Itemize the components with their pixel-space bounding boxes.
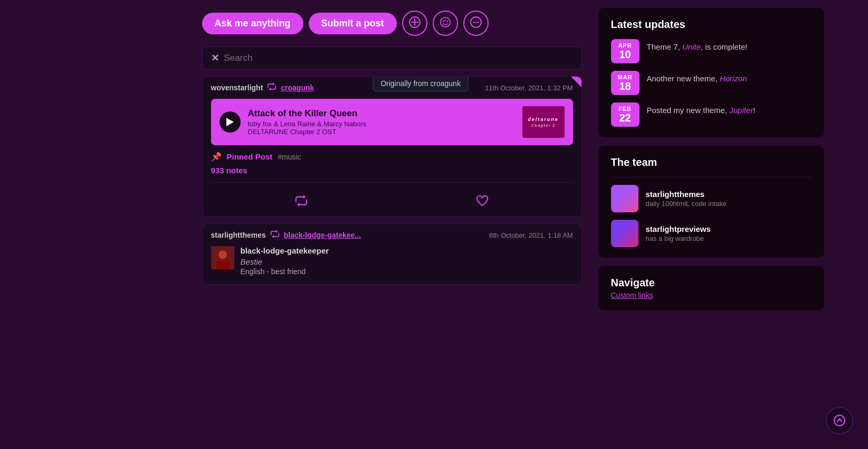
post1-timestamp: 11th October, 2021, 1:32 PM	[485, 84, 573, 92]
update-day-1: 10	[613, 49, 637, 60]
search-bar: ✕	[202, 46, 582, 70]
svg-point-3	[440, 17, 450, 26]
post1-tag[interactable]: #music	[278, 153, 301, 161]
team-member-2: starlightpreviews has a big wardrobe	[611, 220, 812, 247]
main-area: Ask me anything Submit a post	[118, 0, 593, 449]
update-month-1: APR	[613, 42, 637, 49]
navigate-custom-links[interactable]: Custom links	[611, 291, 812, 300]
update-item-3: FEB 22 Posted my new theme, Jupiter!	[611, 102, 812, 127]
svg-point-6	[446, 20, 448, 22]
left-spacer	[33, 0, 118, 449]
update-month-2: MAR	[613, 74, 637, 80]
ask-button[interactable]: Ask me anything	[202, 13, 303, 34]
pin-icon: 📌	[211, 152, 222, 162]
submit-post-button[interactable]: Submit a post	[309, 13, 397, 34]
ellipsis-icon	[470, 16, 482, 31]
team-name-1[interactable]: starlightthemes	[646, 190, 727, 199]
update-date-1: APR 10	[611, 39, 640, 63]
toolbar: Ask me anything Submit a post	[202, 5, 582, 40]
latest-updates-title: Latest updates	[611, 18, 812, 31]
update-text-1: Theme 7, Unite, is complete!	[647, 39, 748, 53]
originally-tooltip: Originally from croagunk	[373, 76, 469, 91]
more-options-button[interactable]	[463, 11, 489, 36]
post2-header: starlightthemes black-lodge-gatekee... 6…	[203, 224, 581, 246]
plus-icon	[409, 16, 421, 31]
team-card: The team starlightthemes daily 100htmlL …	[598, 145, 825, 258]
page-container: Ask me anything Submit a post	[0, 0, 868, 449]
music-cover: deltarune Chapter 2	[522, 106, 565, 138]
post2-text-bestie: Bestie	[241, 257, 329, 266]
update-text-3: Posted my new theme, Jupiter!	[647, 102, 756, 117]
avatar-image	[211, 246, 234, 269]
svg-point-15	[834, 415, 845, 426]
post-card-2: starlightthemes black-lodge-gatekee... 6…	[202, 223, 582, 285]
team-avatar-2	[611, 220, 638, 247]
update-date-2: MAR 18	[611, 71, 640, 95]
latest-updates-card: Latest updates APR 10 Theme 7, Unite, is…	[598, 7, 825, 138]
team-divider	[611, 177, 812, 177]
svg-point-13	[218, 250, 227, 259]
compose-icon-button[interactable]	[402, 11, 427, 36]
svg-rect-14	[216, 261, 229, 269]
team-desc-1: daily 100htmlL code intake	[646, 200, 727, 208]
team-member-1: starlightthemes daily 100htmlL code inta…	[611, 185, 812, 212]
update-item-2: MAR 18 Another new theme, Horizon	[611, 71, 812, 95]
like-button[interactable]	[392, 190, 573, 211]
update-item-1: APR 10 Theme 7, Unite, is complete!	[611, 39, 812, 63]
search-close-icon[interactable]: ✕	[211, 52, 219, 64]
post2-reblog-from[interactable]: black-lodge-gatekee...	[284, 231, 361, 239]
palette-icon	[440, 16, 451, 31]
music-cover-line2: Chapter 2	[531, 123, 556, 128]
post1-username[interactable]: wovenstarlight	[211, 83, 263, 92]
navigate-card: Navigate Custom links	[598, 266, 825, 311]
search-input[interactable]	[224, 53, 573, 63]
team-avatar-1	[611, 185, 638, 212]
update-text-2: Another new theme, Horizon	[647, 71, 747, 85]
play-button[interactable]	[220, 111, 241, 133]
svg-point-4	[443, 20, 444, 22]
svg-point-5	[444, 19, 446, 21]
update-date-3: FEB 22	[611, 102, 640, 127]
update-day-3: 22	[613, 112, 637, 124]
post2-avatar	[211, 246, 234, 269]
post2-timestamp: 6th October, 2021, 1:18 AM	[489, 231, 573, 239]
post-card-1: Originally from croagunk wovenstarlight …	[202, 76, 582, 217]
post1-notes: 933 notes	[203, 165, 581, 180]
team-name-2[interactable]: starlightpreviews	[646, 224, 711, 233]
post1-reblog-from[interactable]: croagunk	[281, 83, 314, 92]
team-member-2-info: starlightpreviews has a big wardrobe	[646, 224, 711, 242]
team-desc-2: has a big wardrobe	[646, 235, 711, 242]
scroll-top-button[interactable]	[826, 407, 853, 434]
svg-marker-11	[226, 118, 234, 126]
music-player: Attack of the Killer Queen toby fox & Le…	[211, 99, 573, 145]
pinned-label: Pinned Post	[227, 152, 273, 161]
music-artist: toby fox & Lena Raine & Marcy Nabors	[248, 120, 515, 128]
team-member-1-info: starlightthemes daily 100htmlL code inta…	[646, 190, 727, 208]
post2-reblog-icon	[270, 230, 280, 240]
post2-reblog-username[interactable]: black-lodge-gatekeeper	[241, 246, 329, 255]
corner-fold	[571, 77, 581, 87]
post1-reblog-icon	[267, 83, 276, 92]
sidebar: Latest updates APR 10 Theme 7, Unite, is…	[593, 0, 835, 449]
music-title: Attack of the Killer Queen	[248, 108, 515, 119]
post-divider	[211, 182, 573, 183]
post2-text-english: English - best friend	[241, 267, 329, 276]
svg-point-10	[477, 21, 479, 23]
update-day-2: 18	[613, 80, 637, 92]
post2-username[interactable]: starlightthemes	[211, 231, 266, 239]
svg-point-8	[473, 21, 474, 23]
post1-tags-pinned: 📌 Pinned Post #music	[203, 145, 581, 165]
update-month-3: FEB	[613, 106, 637, 112]
music-info: Attack of the Killer Queen toby fox & Le…	[248, 108, 515, 136]
team-title: The team	[611, 156, 812, 169]
navigate-title: Navigate	[611, 277, 812, 289]
reblog-button[interactable]	[211, 191, 392, 210]
post1-actions	[203, 185, 581, 217]
post2-content: black-lodge-gatekeeper Bestie English - …	[203, 246, 581, 284]
music-cover-line1: deltarune	[528, 117, 559, 122]
svg-point-9	[475, 21, 476, 23]
palette-icon-button[interactable]	[433, 11, 458, 36]
music-album: DELTARUNE Chapter 2 OST	[248, 128, 515, 136]
post2-text-container: black-lodge-gatekeeper Bestie English - …	[241, 246, 329, 276]
